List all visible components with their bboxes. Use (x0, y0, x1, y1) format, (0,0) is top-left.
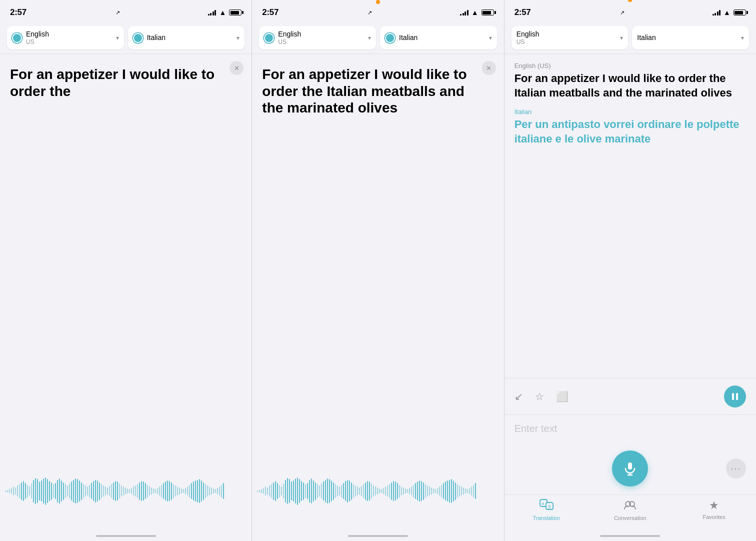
waveform-bar (185, 488, 186, 494)
waveform-bar (373, 486, 374, 496)
waveform-bar (37, 479, 38, 503)
waveform-bar (41, 480, 42, 502)
lang-name-4: Italian (399, 34, 418, 42)
waveform-bar (297, 478, 298, 505)
lang-name-6: Italian (637, 34, 656, 42)
waveform-bar (175, 486, 176, 496)
waveform-bar (387, 486, 388, 496)
waveform-bar (15, 488, 16, 494)
target-lang-selector-2[interactable]: Italian ▾ (380, 26, 497, 50)
waveform-bar (399, 485, 400, 498)
status-icons-1: ▲ (208, 8, 242, 16)
waveform-bar (223, 483, 224, 499)
waveform-1 (0, 471, 252, 511)
language-bar-1: English US ▾ Italian ▾ (0, 22, 252, 54)
status-icons-2: ▲ (460, 8, 494, 16)
waveform-bar (265, 486, 266, 496)
waveform-bar (183, 489, 184, 493)
time-1: 2:57 (10, 8, 26, 18)
copy-icon[interactable]: ⬜ (556, 390, 568, 402)
chevron-down-icon-3: ▾ (368, 34, 371, 42)
waveform-bar (369, 482, 370, 500)
source-lang-selector-3[interactable]: English US ▾ (512, 26, 628, 50)
waveform-bar (393, 481, 394, 501)
waveform-bar (395, 482, 396, 500)
waveform-bar (93, 481, 94, 501)
waveform-bar (457, 484, 458, 498)
waveform-bar (85, 486, 86, 496)
source-lang-selector-1[interactable]: English US ▾ (7, 26, 124, 50)
target-text: Per un antipasto vorrei ordinare le polp… (514, 118, 746, 146)
target-lang-selector-3[interactable]: Italian ▾ (632, 26, 749, 50)
waveform-bar (259, 490, 260, 492)
waveform-bar (441, 485, 442, 498)
home-indicator-1 (0, 531, 252, 541)
waveform-bar (171, 482, 172, 500)
tab-favorites-label: Favorites (702, 514, 725, 520)
text-input-area[interactable]: Enter text (504, 414, 756, 442)
battery-icon-3 (734, 10, 746, 16)
waveform-bar (149, 486, 150, 496)
waveform-bar (215, 489, 216, 493)
tab-favorites[interactable]: ★ Favorites (672, 499, 756, 521)
svg-rect-1 (736, 393, 738, 400)
tab-translation-label: Translation (533, 515, 560, 521)
mic-button[interactable] (612, 450, 648, 486)
target-lang-selector-1[interactable]: Italian ▾ (128, 26, 245, 50)
tab-conversation-label: Conversation (614, 515, 646, 521)
waveform-bar (407, 489, 408, 493)
waveform-bar (463, 488, 464, 494)
waveform-bar (339, 486, 340, 496)
screen1: 2:57 ↗ ▲ English (0, 0, 252, 541)
waveform-bar (143, 482, 144, 500)
waveform-bar (345, 481, 346, 501)
location-icon-3: ↗ (620, 10, 624, 16)
waveform-bar (421, 481, 422, 501)
more-button[interactable]: ··· (726, 458, 746, 478)
waveform-bar (23, 481, 24, 501)
mic-row: ··· (504, 442, 756, 494)
waveform-bar (303, 482, 304, 500)
time-2: 2:57 (262, 8, 278, 18)
waveform-bar (417, 482, 418, 500)
waveform-bar (271, 484, 272, 498)
star-icon[interactable]: ☆ (535, 390, 544, 402)
waveform-bar (309, 480, 310, 502)
source-lang-selector-2[interactable]: English US ▾ (259, 26, 376, 50)
close-button-2[interactable]: ✕ (482, 61, 496, 75)
lang-sub-2: US (278, 38, 301, 46)
waveform-bar (99, 482, 100, 500)
waveform-bar (57, 480, 58, 502)
waveform-bar (281, 486, 282, 496)
favorites-tab-icon: ★ (709, 499, 719, 512)
waveform-bar (49, 481, 50, 501)
svg-text:A: A (542, 502, 544, 506)
tab-translation[interactable]: A 文 Translation (504, 499, 588, 521)
language-bar-2: English US ▾ Italian ▾ (252, 22, 504, 54)
waveform-bar (63, 482, 64, 500)
main-text-1: For an appetizer I would like to order t… (10, 66, 242, 100)
waveform-bar (321, 484, 322, 498)
waveform-bar (205, 484, 206, 498)
location-icon-2: ↗ (368, 10, 372, 16)
waveform-bar (405, 488, 406, 494)
waveform-bar (145, 483, 146, 499)
waveform-bar (469, 488, 470, 494)
tab-conversation[interactable]: Conversation (588, 499, 672, 521)
lang-dot-2 (133, 33, 143, 43)
waveform-bar (157, 488, 158, 494)
waveform-bar (95, 480, 96, 502)
wifi-icon-2: ▲ (472, 8, 478, 16)
waveform-bar (79, 480, 80, 502)
waveform-bar (383, 488, 384, 494)
chevron-down-icon-4: ▾ (489, 34, 492, 42)
pause-button[interactable] (724, 386, 746, 408)
waveform-bar (447, 480, 448, 502)
waveform-bar (19, 484, 20, 498)
translation-block: English (US) For an appetizer I would li… (504, 54, 756, 378)
swap-icon[interactable]: ↙ (514, 390, 523, 402)
waveform-bar (161, 485, 162, 498)
waveform-bar (315, 482, 316, 500)
waveform-bar (363, 484, 364, 498)
waveform-bar (101, 484, 102, 498)
